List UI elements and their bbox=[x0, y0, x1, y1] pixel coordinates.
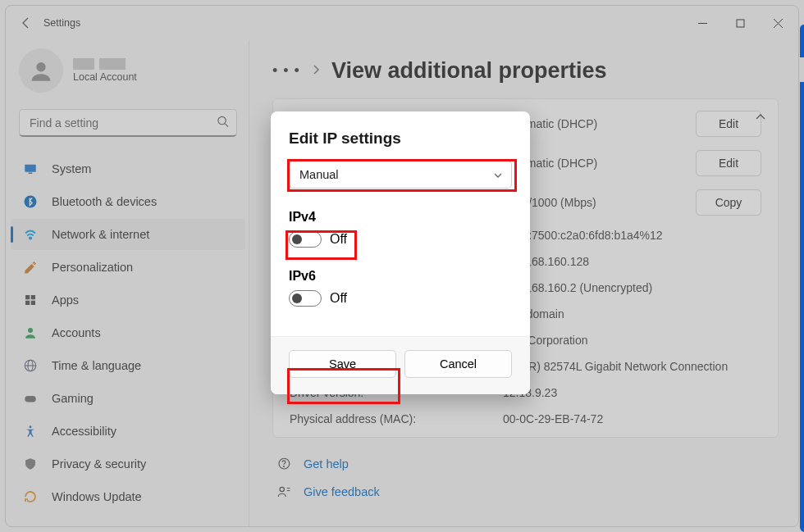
ip-mode-value: Manual bbox=[299, 168, 339, 181]
ipv6-state: Off bbox=[330, 291, 347, 306]
accent-edge bbox=[800, 82, 804, 532]
ipv4-toggle[interactable] bbox=[289, 231, 322, 248]
ipv4-label: IPv4 bbox=[289, 210, 512, 225]
save-button[interactable]: Save bbox=[289, 350, 396, 378]
ipv6-label: IPv6 bbox=[289, 269, 512, 284]
ipv4-state: Off bbox=[330, 232, 347, 247]
ipv6-toggle[interactable] bbox=[289, 290, 322, 307]
accent-edge bbox=[800, 25, 804, 57]
cancel-button[interactable]: Cancel bbox=[404, 350, 512, 378]
dialog-title: Edit IP settings bbox=[289, 130, 512, 148]
ip-mode-select[interactable]: Manual bbox=[289, 161, 512, 189]
chevron-down-icon bbox=[493, 168, 503, 181]
edit-ip-dialog: Edit IP settings Manual IPv4 Off IPv6 Of… bbox=[271, 111, 530, 394]
